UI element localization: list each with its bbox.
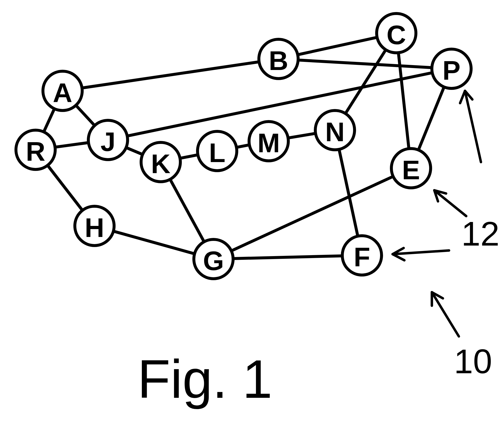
- edge-L-M: [237, 145, 250, 147]
- node-F: F: [342, 236, 382, 275]
- ref-arrow-12-to-F: [393, 248, 449, 260]
- edge-A-R: [44, 109, 54, 132]
- edge-M-N: [288, 133, 315, 138]
- node-label-H: H: [85, 212, 104, 243]
- node-A: A: [43, 71, 82, 110]
- edge-A-J: [76, 105, 94, 126]
- node-B: B: [259, 39, 298, 79]
- ref-label-10: 10: [454, 342, 492, 381]
- node-label-P: P: [442, 55, 460, 85]
- node-K: K: [141, 142, 180, 182]
- node-G: G: [194, 239, 233, 279]
- node-label-E: E: [402, 155, 420, 185]
- ref-arrow-12-to-E: [434, 190, 466, 216]
- edge-R-J: [55, 143, 88, 147]
- node-label-R: R: [26, 136, 45, 166]
- node-E: E: [391, 148, 431, 188]
- edge-J-K: [126, 147, 142, 154]
- edge-A-B: [82, 62, 259, 88]
- edge-K-L: [180, 155, 198, 158]
- ref-arrow-10: [432, 292, 459, 336]
- node-N: N: [315, 110, 355, 150]
- edge-G-F: [233, 256, 342, 258]
- edge-R-H: [48, 165, 83, 210]
- figure-1-graph: ABCPRJKLMNEHGF 12 10 Fig. 1: [0, 0, 504, 442]
- node-label-M: M: [257, 128, 280, 158]
- node-R: R: [16, 130, 55, 169]
- node-label-B: B: [269, 45, 288, 76]
- node-J: J: [88, 120, 128, 160]
- figure-caption: Fig. 1: [138, 349, 272, 409]
- node-L: L: [197, 131, 237, 171]
- edge-B-P: [298, 60, 432, 68]
- node-label-A: A: [53, 77, 72, 108]
- edge-H-G: [113, 231, 195, 254]
- node-label-L: L: [209, 138, 225, 168]
- edge-B-C: [298, 37, 377, 55]
- node-label-F: F: [354, 242, 370, 272]
- node-label-G: G: [203, 246, 224, 276]
- node-M: M: [249, 122, 288, 161]
- edge-P-E: [418, 87, 444, 150]
- edge-K-G: [170, 179, 204, 242]
- edge-C-N: [346, 50, 386, 114]
- node-P: P: [432, 49, 471, 88]
- node-label-C: C: [386, 20, 406, 50]
- node-label-J: J: [100, 127, 115, 157]
- node-C: C: [377, 14, 416, 53]
- node-label-K: K: [151, 148, 170, 179]
- ref-label-12: 12: [461, 214, 500, 253]
- node-H: H: [75, 206, 114, 246]
- node-label-N: N: [325, 117, 345, 147]
- ref-arrow-12-to-P: [460, 91, 481, 162]
